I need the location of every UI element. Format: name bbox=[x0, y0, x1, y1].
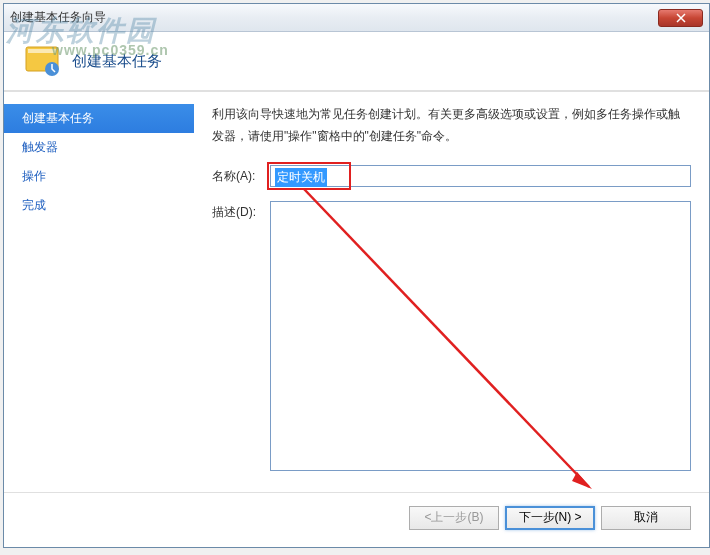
desc-row: 描述(D): bbox=[212, 201, 691, 471]
back-button: <上一步(B) bbox=[409, 506, 499, 530]
close-icon bbox=[676, 13, 686, 23]
wizard-header: 创建基本任务 bbox=[4, 32, 709, 92]
next-button[interactable]: 下一步(N) > bbox=[505, 506, 595, 530]
name-label: 名称(A): bbox=[212, 165, 270, 185]
main-panel: 利用该向导快速地为常见任务创建计划。有关更多高级选项或设置，例如多任务操作或触发… bbox=[194, 92, 709, 492]
wizard-icon bbox=[24, 43, 60, 79]
sidebar-item-finish[interactable]: 完成 bbox=[4, 191, 194, 220]
name-input-value: 定时关机 bbox=[275, 168, 327, 187]
dialog-window: 创建基本任务向导 创建基本任务 创建基本任务 触发器 操作 完成 利用该向导快速… bbox=[3, 3, 710, 548]
titlebar: 创建基本任务向导 bbox=[4, 4, 709, 32]
desc-textarea[interactable] bbox=[270, 201, 691, 471]
sidebar-item-create-basic-task[interactable]: 创建基本任务 bbox=[4, 104, 194, 133]
name-input[interactable]: 定时关机 bbox=[270, 165, 691, 187]
window-title: 创建基本任务向导 bbox=[10, 9, 106, 26]
intro-text: 利用该向导快速地为常见任务创建计划。有关更多高级选项或设置，例如多任务操作或触发… bbox=[212, 104, 691, 147]
footer: <上一步(B) 下一步(N) > 取消 bbox=[4, 492, 709, 542]
cancel-button[interactable]: 取消 bbox=[601, 506, 691, 530]
sidebar: 创建基本任务 触发器 操作 完成 bbox=[4, 92, 194, 492]
content-area: 创建基本任务 触发器 操作 完成 利用该向导快速地为常见任务创建计划。有关更多高… bbox=[4, 92, 709, 492]
wizard-title: 创建基本任务 bbox=[72, 52, 162, 71]
sidebar-item-trigger[interactable]: 触发器 bbox=[4, 133, 194, 162]
close-button[interactable] bbox=[658, 9, 703, 27]
svg-rect-1 bbox=[28, 49, 56, 53]
desc-label: 描述(D): bbox=[212, 201, 270, 221]
name-row: 名称(A): 定时关机 bbox=[212, 165, 691, 187]
sidebar-item-action[interactable]: 操作 bbox=[4, 162, 194, 191]
